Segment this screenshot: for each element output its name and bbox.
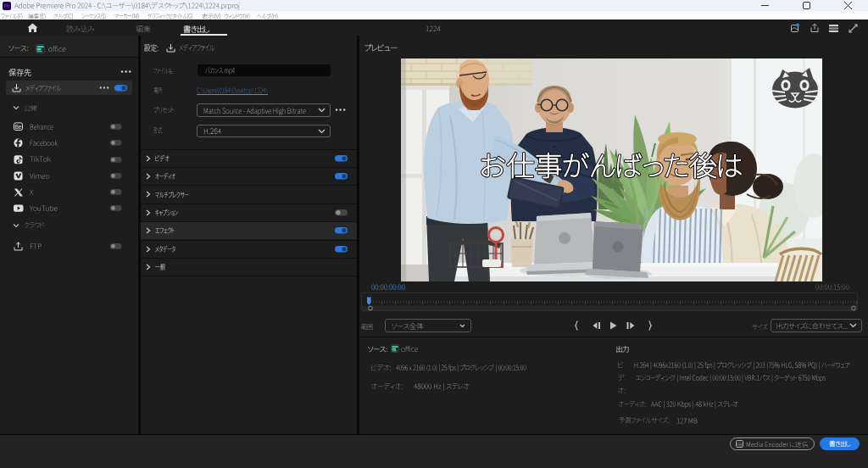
svg-text:Be: Be — [15, 124, 22, 130]
